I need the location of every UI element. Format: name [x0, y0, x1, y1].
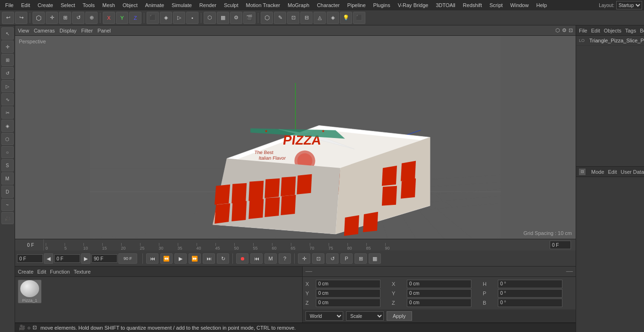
mat-create-menu[interactable]: Create	[18, 269, 33, 275]
loop-btn[interactable]: ↻	[217, 253, 229, 264]
side-arrow-tool[interactable]: ↖	[1, 27, 14, 40]
frame-end-input[interactable]	[550, 241, 571, 249]
menu-mograph[interactable]: MoGraph	[284, 1, 313, 9]
side-shape-tool[interactable]: ▷	[1, 80, 14, 92]
extra-ctrl6[interactable]: ▦	[369, 253, 381, 264]
menu-edit[interactable]: Edit	[18, 1, 33, 9]
obj-tags-menu[interactable]: Tags	[625, 28, 636, 33]
go-start-btn[interactable]: ⏮	[146, 253, 158, 264]
side-sim-tool[interactable]: ~	[1, 199, 14, 211]
go-end-btn[interactable]: ⏭	[203, 253, 215, 264]
polygon-mode-btn[interactable]: ◈	[160, 12, 172, 24]
rotate-tool[interactable]: ↺	[72, 12, 84, 24]
vp-filter-menu[interactable]: Filter	[81, 28, 92, 33]
floor-btn[interactable]: ⬛	[353, 12, 365, 24]
menu-character[interactable]: Character	[314, 1, 343, 9]
y-pos-input[interactable]	[316, 289, 380, 298]
motion-btn[interactable]: M	[264, 253, 277, 264]
menu-create[interactable]: Create	[34, 1, 57, 9]
world-select[interactable]: World	[305, 311, 343, 321]
side-knife-tool[interactable]: ✂	[1, 106, 14, 119]
menu-pipeline[interactable]: Pipeline	[344, 1, 369, 9]
side-deform-tool[interactable]: D	[1, 186, 14, 198]
vp-expand-btn[interactable]: ⬡	[555, 27, 560, 33]
select-tool[interactable]: ⬡	[33, 12, 45, 24]
menu-select[interactable]: Select	[58, 1, 79, 9]
p-input[interactable]	[498, 289, 562, 298]
undo-btn[interactable]: ↩	[2, 12, 14, 24]
attr-mode-menu[interactable]: Mode	[591, 169, 604, 175]
auto-key-btn[interactable]: ⏮	[250, 253, 263, 264]
side-camera-tool[interactable]: 🎥	[1, 212, 14, 224]
side-move-tool[interactable]: ✛	[1, 40, 14, 53]
help-btn[interactable]: ?	[279, 253, 291, 264]
attr-icon[interactable]: ⊡	[579, 169, 586, 175]
side-rotate-tool[interactable]: ↺	[1, 67, 14, 79]
scale-select[interactable]: Scale	[346, 311, 384, 321]
current-time-input[interactable]	[54, 254, 80, 263]
end-frame-input[interactable]	[91, 254, 117, 263]
menu-file[interactable]: File	[2, 1, 17, 9]
attr-edit-menu[interactable]: Edit	[608, 169, 617, 175]
render-to-picture-btn[interactable]: 🎬	[243, 12, 256, 24]
vp-cameras-menu[interactable]: Cameras	[34, 28, 55, 33]
scale-tool[interactable]: ⊞	[59, 12, 71, 24]
extrude-btn[interactable]: ⊡	[287, 12, 299, 24]
z-rot-input[interactable]	[407, 299, 471, 307]
menu-script[interactable]: Script	[486, 1, 506, 9]
layout-select[interactable]: Startup	[616, 1, 642, 9]
vp-display-menu[interactable]: Display	[59, 28, 76, 33]
redo-btn[interactable]: ↪	[15, 12, 27, 24]
camera-btn[interactable]: ◈	[327, 12, 339, 24]
render-region-btn[interactable]: ⬡	[204, 12, 216, 24]
menu-vray[interactable]: V-Ray Bridge	[395, 1, 432, 9]
mat-function-menu[interactable]: Function	[50, 269, 70, 275]
x-pos-input[interactable]	[316, 280, 380, 288]
side-polygon-tool[interactable]: ⬡	[1, 133, 14, 145]
cube-btn[interactable]: ⬡	[261, 12, 273, 24]
material-item[interactable]: Pizza_1	[18, 280, 41, 303]
move-tool[interactable]: ✛	[46, 12, 58, 24]
start-frame-input[interactable]	[17, 254, 43, 263]
side-spline-tool[interactable]: S	[1, 159, 14, 171]
next-key-btn[interactable]: ▶	[81, 253, 91, 264]
spline-btn[interactable]: ✎	[274, 12, 286, 24]
menu-help[interactable]: Help	[533, 1, 550, 9]
object-row-0[interactable]: LO Triangle_Pizza_Slice_Packaging_Box	[576, 36, 644, 46]
menu-animate[interactable]: Animate	[142, 1, 167, 9]
menu-tools[interactable]: Tools	[79, 1, 98, 9]
side-scale-tool[interactable]: ⊞	[1, 54, 14, 66]
menu-object[interactable]: Object	[119, 1, 141, 9]
vp-settings-btn[interactable]: ⚙	[562, 27, 567, 33]
obj-edit-menu[interactable]: Edit	[591, 28, 600, 33]
prev-key-btn[interactable]: ◀	[44, 253, 53, 264]
side-object-tool[interactable]: ○	[1, 146, 14, 158]
deform-btn[interactable]: ◬	[314, 12, 326, 24]
obj-bookmarks-menu[interactable]: Bookmarks	[640, 28, 644, 33]
extra-ctrl4[interactable]: P	[340, 253, 353, 264]
extra-ctrl1[interactable]: ✛	[298, 253, 310, 264]
next-key-btn2[interactable]: ⏩	[189, 253, 201, 264]
vp-maximize-btn[interactable]: ⊡	[569, 27, 573, 33]
render-btn[interactable]: ▦	[217, 12, 229, 24]
extra-ctrl2[interactable]: ⊡	[312, 253, 324, 264]
obj-objects-menu[interactable]: Objects	[604, 28, 621, 33]
menu-window[interactable]: Window	[507, 1, 532, 9]
y-axis-btn[interactable]: Y	[116, 12, 128, 24]
extra-ctrl3[interactable]: ↺	[326, 253, 339, 264]
b-input[interactable]	[498, 299, 562, 307]
vp-view-menu[interactable]: View	[18, 28, 29, 33]
play-btn[interactable]: ▶	[174, 253, 187, 264]
menu-simulate[interactable]: Simulate	[168, 1, 195, 9]
menu-motion-tracker[interactable]: Motion Tracker	[243, 1, 284, 9]
timeline-ruler[interactable]: 0 F 0 5 10	[15, 239, 576, 251]
prev-key-btn2[interactable]: ⏪	[160, 253, 173, 264]
x-rot-input[interactable]	[407, 280, 471, 288]
light-btn[interactable]: 💡	[340, 12, 352, 24]
transform-tool[interactable]: ⊕	[85, 12, 98, 24]
extra-ctrl5[interactable]: ⊞	[355, 253, 367, 264]
side-freeform-tool[interactable]: ∿	[1, 93, 14, 105]
render-settings-btn[interactable]: ⚙	[230, 12, 242, 24]
mat-texture-menu[interactable]: Texture	[74, 269, 91, 275]
record-btn[interactable]: ⏺	[236, 253, 248, 264]
